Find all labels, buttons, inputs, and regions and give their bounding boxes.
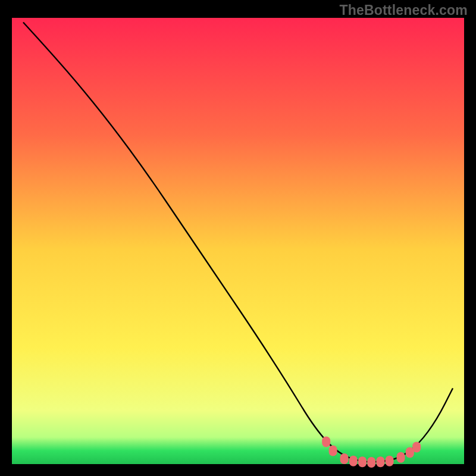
marker-dot	[349, 456, 358, 466]
marker-dot	[412, 442, 421, 453]
marker-dot	[376, 456, 384, 467]
marker-dot	[386, 456, 394, 466]
bottleneck-chart: TheBottleneck.com	[0, 0, 476, 476]
marker-dot	[340, 453, 349, 464]
plot-background	[12, 18, 464, 464]
marker-dot	[329, 446, 337, 456]
marker-dot	[367, 457, 375, 468]
marker-dot	[322, 437, 330, 447]
plot-svg	[0, 0, 476, 476]
attribution-label: TheBottleneck.com	[339, 2, 468, 18]
marker-dot	[358, 456, 367, 467]
marker-dot	[397, 452, 405, 463]
